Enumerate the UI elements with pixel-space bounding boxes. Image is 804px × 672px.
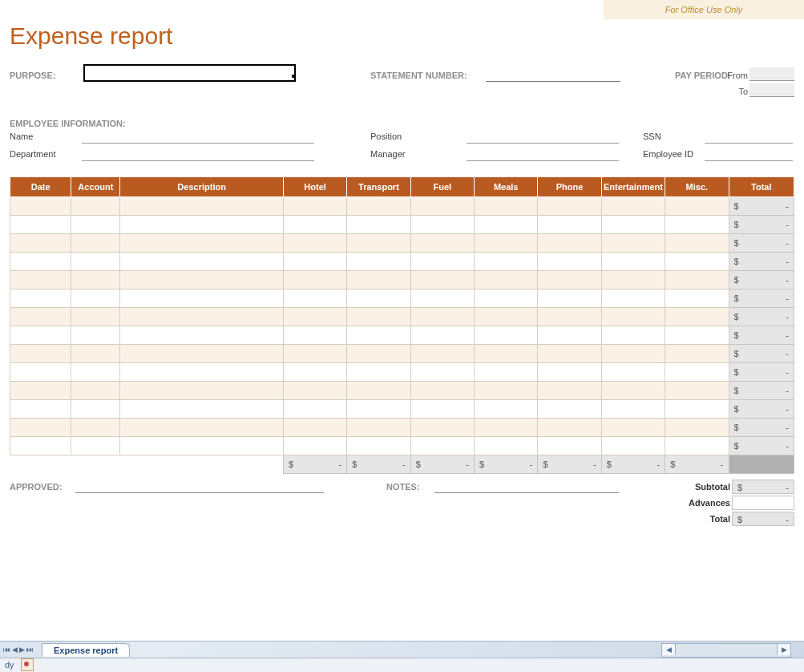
table-cell[interactable]: [283, 253, 346, 271]
sheet-nav-next-icon[interactable]: ▶: [19, 646, 25, 654]
table-cell[interactable]: [665, 271, 729, 289]
table-cell[interactable]: [601, 271, 665, 289]
table-cell[interactable]: [71, 289, 120, 308]
table-cell[interactable]: [120, 289, 284, 308]
table-cell[interactable]: [71, 234, 120, 253]
table-cell[interactable]: [120, 345, 284, 363]
table-cell[interactable]: [665, 234, 729, 253]
table-cell[interactable]: [410, 363, 474, 382]
table-cell[interactable]: [10, 382, 71, 400]
table-cell[interactable]: [475, 382, 538, 400]
table-cell[interactable]: [283, 400, 346, 419]
table-cell[interactable]: [665, 437, 729, 455]
table-cell[interactable]: [410, 289, 474, 308]
table-cell[interactable]: [10, 234, 71, 253]
table-cell[interactable]: [120, 363, 284, 382]
table-cell[interactable]: [538, 419, 601, 437]
table-cell[interactable]: [10, 271, 71, 289]
table-cell[interactable]: [538, 271, 601, 289]
table-cell[interactable]: [120, 400, 284, 419]
table-cell[interactable]: [347, 216, 410, 234]
table-cell[interactable]: [475, 289, 538, 308]
table-cell[interactable]: [10, 419, 71, 437]
employee-id-input[interactable]: [705, 149, 793, 161]
table-cell[interactable]: [665, 308, 729, 326]
table-cell[interactable]: [71, 382, 120, 400]
table-cell[interactable]: [347, 234, 410, 253]
table-cell[interactable]: [71, 419, 120, 437]
table-cell[interactable]: [601, 216, 665, 234]
table-cell[interactable]: [283, 345, 346, 363]
table-cell[interactable]: [283, 234, 346, 253]
table-cell[interactable]: [71, 197, 120, 216]
sheet-nav-prev-icon[interactable]: ◀: [12, 646, 18, 654]
table-cell[interactable]: [71, 253, 120, 271]
table-cell[interactable]: [71, 400, 120, 419]
table-cell[interactable]: [410, 382, 474, 400]
statement-number-input[interactable]: [486, 81, 620, 82]
table-cell[interactable]: [283, 289, 346, 308]
table-cell[interactable]: [665, 382, 729, 400]
table-cell[interactable]: [665, 216, 729, 234]
table-cell[interactable]: [10, 197, 71, 216]
table-cell[interactable]: [347, 419, 410, 437]
table-cell[interactable]: [410, 345, 474, 363]
table-cell[interactable]: [601, 400, 665, 419]
table-cell[interactable]: [120, 437, 284, 455]
table-cell[interactable]: [71, 271, 120, 289]
table-cell[interactable]: [120, 216, 284, 234]
table-cell[interactable]: [475, 308, 538, 326]
table-cell[interactable]: [538, 326, 601, 345]
table-cell[interactable]: [475, 234, 538, 253]
table-cell[interactable]: [10, 363, 71, 382]
table-cell[interactable]: [538, 289, 601, 308]
table-cell[interactable]: [538, 253, 601, 271]
table-cell[interactable]: [410, 216, 474, 234]
table-cell[interactable]: [347, 308, 410, 326]
table-cell[interactable]: [283, 271, 346, 289]
table-cell[interactable]: [410, 400, 474, 419]
table-cell[interactable]: [665, 289, 729, 308]
sheet-tab[interactable]: Expense report: [42, 643, 130, 657]
table-cell[interactable]: [538, 234, 601, 253]
table-cell[interactable]: [601, 345, 665, 363]
notes-input[interactable]: [434, 492, 619, 493]
table-cell[interactable]: [347, 345, 410, 363]
table-cell[interactable]: [538, 197, 601, 216]
horizontal-scrollbar[interactable]: ◀ ▶: [661, 643, 791, 658]
table-cell[interactable]: [665, 253, 729, 271]
manager-input[interactable]: [467, 149, 619, 161]
table-cell[interactable]: [410, 308, 474, 326]
scroll-right-icon[interactable]: ▶: [777, 644, 790, 655]
table-cell[interactable]: [347, 326, 410, 345]
macro-record-icon[interactable]: [21, 658, 34, 671]
position-input[interactable]: [467, 132, 619, 144]
table-cell[interactable]: [120, 197, 284, 216]
table-cell[interactable]: [71, 308, 120, 326]
table-cell[interactable]: [71, 216, 120, 234]
table-cell[interactable]: [601, 382, 665, 400]
pay-period-to-input[interactable]: [749, 83, 794, 97]
table-cell[interactable]: [120, 271, 284, 289]
approved-input[interactable]: [75, 492, 324, 493]
table-cell[interactable]: [71, 345, 120, 363]
table-cell[interactable]: [475, 363, 538, 382]
table-cell[interactable]: [538, 345, 601, 363]
table-cell[interactable]: [283, 326, 346, 345]
table-cell[interactable]: [347, 400, 410, 419]
table-cell[interactable]: [475, 271, 538, 289]
table-cell[interactable]: [283, 437, 346, 455]
table-cell[interactable]: [10, 345, 71, 363]
table-cell[interactable]: [538, 437, 601, 455]
table-cell[interactable]: [347, 437, 410, 455]
table-cell[interactable]: [120, 308, 284, 326]
advances-input[interactable]: [732, 496, 794, 510]
pay-period-from-input[interactable]: [749, 67, 794, 81]
table-cell[interactable]: [601, 253, 665, 271]
table-cell[interactable]: [10, 326, 71, 345]
table-cell[interactable]: [410, 419, 474, 437]
table-cell[interactable]: [10, 216, 71, 234]
table-cell[interactable]: [601, 289, 665, 308]
sheet-nav-first-icon[interactable]: ⏮: [3, 646, 10, 654]
table-cell[interactable]: [538, 382, 601, 400]
